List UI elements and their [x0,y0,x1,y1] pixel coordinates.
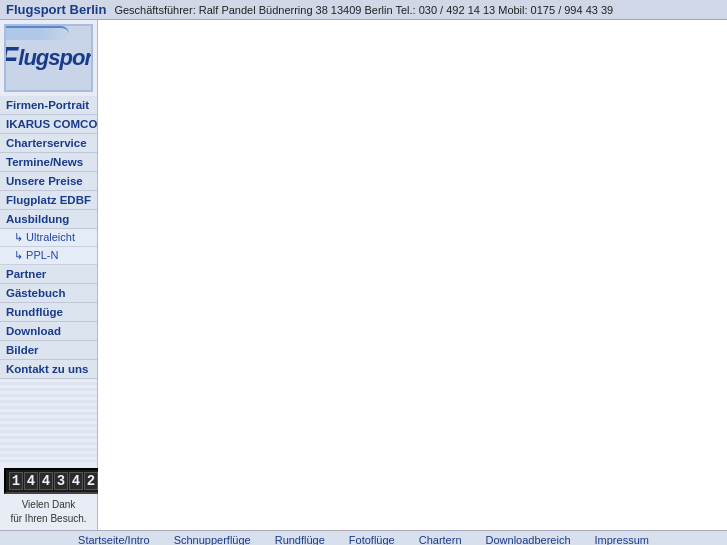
main-layout: F lugsport Firmen-PortraitIKARUS COMCOCh… [0,20,727,530]
footer-link-chartern[interactable]: Chartern [419,534,462,545]
counter-display: 144342 [4,468,103,494]
counter-digit: 4 [69,472,83,490]
nav-sub-item-ultraleicht[interactable]: ↳ Ultraleicht [0,229,97,247]
nav-sub-item-ppl-n[interactable]: ↳ PPL-N [0,247,97,265]
contact-info: Geschäftsführer: Ralf Pandel Büdnerring … [114,4,613,16]
logo-f-letter: F [4,40,18,76]
counter-digit: 4 [39,472,53,490]
footer-link-startseite-intro[interactable]: Startseite/Intro [78,534,150,545]
nav-item-partner[interactable]: Partner [0,265,97,284]
sidebar: F lugsport Firmen-PortraitIKARUS COMCOCh… [0,20,98,530]
counter-digit: 1 [9,472,23,490]
nav-container: Firmen-PortraitIKARUS COMCOCharterservic… [0,96,97,379]
brand-name: Flugsport Berlin [6,2,106,17]
footer: Startseite/IntroSchnupperflügeRundflügeF… [0,530,727,545]
footer-link-fotoflige[interactable]: Fotoflüge [349,534,395,545]
footer-link-rundfluge[interactable]: Rundflüge [275,534,325,545]
counter-digit: 3 [54,472,68,490]
nav-item-kontakt-zu-uns[interactable]: Kontakt zu uns [0,360,97,379]
nav-item-termine-news[interactable]: Termine/News [0,153,97,172]
nav-item-ausbildung[interactable]: Ausbildung [0,210,97,229]
nav-item-charterservice[interactable]: Charterservice [0,134,97,153]
nav-item-download[interactable]: Download [0,322,97,341]
logo-area: F lugsport [4,24,93,92]
nav-item-flugplatz-edbf[interactable]: Flugplatz EDBF [0,191,97,210]
nav-item-gaestebuch[interactable]: Gästebuch [0,284,97,303]
footer-link-impressum[interactable]: Impressum [595,534,649,545]
footer-link-downloadbereich[interactable]: Downloadbereich [486,534,571,545]
counter-text: Vielen Dank für Ihren Besuch. [4,498,93,526]
counter-area: 144342 Vielen Dank für Ihren Besuch. [0,462,97,530]
nav-item-unsere-preise[interactable]: Unsere Preise [0,172,97,191]
nav-item-firmen-portrait[interactable]: Firmen-Portrait [0,96,97,115]
counter-digit: 4 [24,472,38,490]
nav-item-ikarus-comco[interactable]: IKARUS COMCO [0,115,97,134]
counter-digit: 2 [84,472,98,490]
sidebar-decorative-lines [0,379,97,462]
logo-text: lugsport [18,45,93,71]
nav-item-bilder[interactable]: Bilder [0,341,97,360]
nav-item-rundfluge[interactable]: Rundflüge [0,303,97,322]
footer-link-schnupperfluge[interactable]: Schnupperflüge [174,534,251,545]
header-bar: Flugsport Berlin Geschäftsführer: Ralf P… [0,0,727,20]
content-area [98,20,727,530]
